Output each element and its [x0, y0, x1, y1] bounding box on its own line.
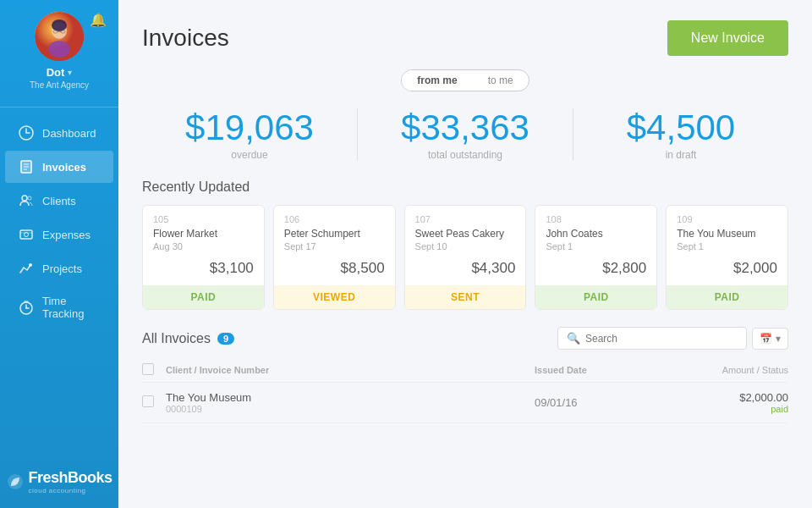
- all-invoices-title-group: All Invoices 9: [142, 331, 234, 346]
- svg-point-17: [29, 263, 32, 267]
- main-content: Invoices New Invoice from me to me $19,0…: [118, 0, 812, 508]
- card-body-108: 108 John Coates Sept 1 $2,800: [535, 206, 656, 285]
- invoice-direction-toggle: from me to me: [401, 69, 529, 91]
- sidebar-item-expenses[interactable]: Expenses: [5, 218, 113, 251]
- th-check: [142, 363, 166, 377]
- search-input[interactable]: [585, 333, 738, 345]
- select-all-checkbox[interactable]: [142, 363, 154, 375]
- sidebar-item-dashboard[interactable]: Dashboard: [5, 117, 113, 149]
- stat-overdue-amount: $19,063: [159, 108, 340, 147]
- projects-icon: [19, 261, 34, 276]
- card-body-106: 106 Peter Schumpert Sept 17 $8,500: [274, 206, 395, 285]
- sidebar-item-label-clients: Clients: [42, 195, 76, 207]
- sidebar-item-clients[interactable]: Clients: [5, 185, 113, 217]
- card-date-106: Sept 17: [284, 241, 385, 251]
- card-client-107: Sweet Peas Cakery: [415, 228, 516, 240]
- toggle-row: from me to me: [142, 69, 788, 91]
- card-amount-105: $3,100: [153, 260, 254, 277]
- search-icon: 🔍: [567, 332, 580, 345]
- card-amount-108: $2,800: [546, 260, 646, 277]
- invoice-card-108[interactable]: 108 John Coates Sept 1 $2,800 PAID: [535, 205, 657, 310]
- td-client: The You Museum 0000109: [166, 391, 535, 414]
- invoice-card-106[interactable]: 106 Peter Schumpert Sept 17 $8,500 VIEWE…: [273, 205, 396, 310]
- sidebar-item-projects[interactable]: Projects: [5, 252, 113, 284]
- sidebar-item-label-dashboard: Dashboard: [42, 127, 96, 140]
- clients-icon: [19, 193, 34, 208]
- sidebar-item-invoices[interactable]: Invoices: [5, 151, 113, 183]
- calendar-filter-button[interactable]: 📅 ▾: [752, 328, 788, 350]
- svg-point-13: [28, 196, 31, 200]
- card-client-105: Flower Market: [153, 228, 254, 240]
- stat-draft: $4,500 in draft: [573, 108, 788, 161]
- card-number-107: 107: [415, 214, 516, 224]
- stat-draft-amount: $4,500: [590, 108, 771, 147]
- table-header: Client / Invoice Number Issued Date Amou…: [142, 358, 788, 383]
- toggle-to-me[interactable]: to me: [473, 70, 529, 91]
- freshbooks-brand: FreshBooks: [28, 469, 112, 487]
- invoice-card-107[interactable]: 107 Sweet Peas Cakery Sept 10 $4,300 SEN…: [404, 205, 527, 310]
- card-date-108: Sept 1: [546, 241, 646, 251]
- card-number-109: 109: [677, 214, 777, 224]
- invoice-count-badge: 9: [217, 333, 234, 345]
- all-invoices-header: All Invoices 9 🔍 📅 ▾: [142, 327, 788, 350]
- sidebar-item-label-time-tracking: Time Tracking: [42, 295, 100, 320]
- td-date: 09/01/16: [535, 396, 653, 409]
- card-client-108: John Coates: [546, 228, 646, 240]
- card-status-107: SENT: [405, 285, 526, 309]
- card-date-107: Sept 10: [415, 241, 516, 251]
- avatar[interactable]: [35, 12, 84, 61]
- calendar-icon: 📅: [760, 333, 772, 345]
- card-client-106: Peter Schumpert: [284, 228, 385, 240]
- th-date: Issued Date: [535, 365, 653, 375]
- sidebar-item-label-expenses: Expenses: [42, 229, 91, 241]
- card-amount-109: $2,000: [677, 260, 777, 277]
- stat-outstanding: $33,363 total outstanding: [357, 108, 573, 161]
- bell-icon[interactable]: 🔔: [90, 12, 107, 28]
- svg-point-3: [52, 19, 67, 31]
- card-body-109: 109 The You Museum Sept 1 $2,000: [667, 206, 787, 285]
- dashboard-icon: [19, 125, 34, 141]
- svg-rect-14: [20, 230, 32, 239]
- search-bar: 🔍: [557, 327, 747, 350]
- page-title: Invoices: [142, 25, 229, 52]
- invoice-card-105[interactable]: 105 Flower Market Aug 30 $3,100 PAID: [142, 205, 265, 310]
- td-amount-value: $2,000.00: [653, 391, 788, 404]
- td-status: paid: [653, 404, 788, 414]
- card-date-105: Aug 30: [153, 241, 254, 251]
- td-check: [142, 395, 166, 410]
- td-client-number: 0000109: [166, 404, 535, 414]
- card-number-105: 105: [153, 214, 254, 224]
- time-tracking-icon: [19, 300, 34, 315]
- table-row[interactable]: The You Museum 0000109 09/01/16 $2,000.0…: [142, 383, 788, 423]
- card-number-106: 106: [284, 214, 385, 224]
- freshbooks-sub: cloud accounting: [28, 487, 112, 494]
- sidebar-item-label-projects: Projects: [42, 262, 82, 275]
- sidebar-item-time-tracking[interactable]: Time Tracking: [5, 286, 113, 329]
- invoice-card-109[interactable]: 109 The You Museum Sept 1 $2,000 PAID: [666, 205, 788, 310]
- card-number-108: 108: [546, 214, 646, 224]
- stat-outstanding-label: total outstanding: [375, 149, 556, 161]
- row-checkbox[interactable]: [142, 395, 154, 407]
- sidebar-divider: [0, 107, 118, 108]
- card-body-107: 107 Sweet Peas Cakery Sept 10 $4,300: [405, 206, 526, 285]
- chevron-down-icon[interactable]: ▾: [68, 68, 72, 77]
- card-date-109: Sept 1: [677, 241, 777, 251]
- stat-outstanding-amount: $33,363: [375, 108, 556, 147]
- sidebar-item-label-invoices: Invoices: [42, 161, 86, 174]
- freshbooks-leaf-icon: [6, 472, 25, 491]
- all-invoices-label: All Invoices: [142, 331, 211, 346]
- svg-point-12: [22, 196, 27, 201]
- td-client-name: The You Museum: [166, 391, 535, 404]
- invoice-cards: 105 Flower Market Aug 30 $3,100 PAID 106…: [142, 205, 788, 310]
- calendar-chevron-icon: ▾: [776, 333, 781, 345]
- card-body-105: 105 Flower Market Aug 30 $3,100: [143, 206, 264, 285]
- card-client-109: The You Museum: [677, 228, 777, 240]
- card-amount-106: $8,500: [284, 260, 385, 277]
- new-invoice-button[interactable]: New Invoice: [667, 20, 788, 56]
- card-status-109: PAID: [667, 285, 787, 309]
- recently-updated-title: Recently Updated: [142, 179, 788, 195]
- td-amount: $2,000.00 paid: [653, 391, 788, 414]
- stat-overdue: $19,063 overdue: [142, 108, 357, 161]
- sidebar-nav: Dashboard Invoices: [0, 116, 118, 329]
- toggle-from-me[interactable]: from me: [402, 70, 472, 91]
